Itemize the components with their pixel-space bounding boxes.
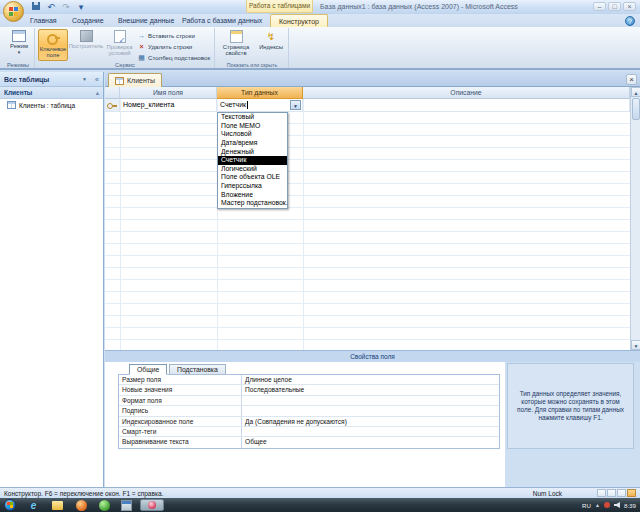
nav-group-klienty[interactable]: Клиенты ▴	[0, 87, 103, 99]
data-type-cell[interactable]: Счетчик ▼	[217, 99, 303, 112]
scroll-down-icon[interactable]: ▼	[631, 340, 640, 350]
numlock-indicator: Num Lock	[533, 490, 562, 497]
property-row[interactable]: Подпись	[119, 406, 499, 416]
nav-item-klienty-table[interactable]: Клиенты : таблица	[0, 99, 103, 111]
view-shortcut-buttons	[597, 489, 636, 497]
dropdown-item-vlozhenie[interactable]: Вложение	[218, 191, 287, 200]
taskbar-clock[interactable]: 8:39	[624, 502, 636, 509]
validation-check-icon	[114, 30, 126, 43]
green-app-icon[interactable]	[99, 500, 110, 511]
dropdown-item-schetchik[interactable]: Счетчик	[218, 156, 287, 165]
data-type-dropdown-button[interactable]: ▼	[290, 100, 301, 110]
access-taskbar-button[interactable]	[140, 499, 164, 511]
pivotchart-view-button[interactable]	[617, 489, 626, 497]
column-header-field-name[interactable]: Имя поля	[120, 87, 217, 99]
property-sheet-button[interactable]: Страница свойств	[218, 29, 254, 61]
delete-rows-icon: ×	[137, 42, 146, 51]
row-selector[interactable]	[105, 99, 120, 112]
save-button[interactable]	[30, 2, 42, 12]
delete-rows-button[interactable]: × Удалить строки	[137, 41, 213, 51]
grid-column-divider	[303, 99, 304, 350]
design-view-button[interactable]	[627, 489, 636, 497]
scrollbar-thumb[interactable]	[632, 98, 640, 120]
dropdown-item-master-podstanovok[interactable]: Мастер подстановок.	[218, 199, 287, 208]
field-name-cell[interactable]: Номер_клиента	[120, 99, 217, 112]
description-cell[interactable]	[303, 99, 630, 112]
orange-app-icon[interactable]	[76, 500, 87, 511]
ribbon-group-showhide: Страница свойств ↯ Индексы Показать или …	[216, 28, 289, 68]
dropdown-item-logicheskij[interactable]: Логический	[218, 165, 287, 174]
dropdown-item-giperssylka[interactable]: Гиперссылка	[218, 182, 287, 191]
nav-dropdown-icon[interactable]: ▼	[82, 72, 87, 87]
indexes-button[interactable]: ↯ Индексы	[256, 29, 286, 61]
tab-vneshnie-dannye[interactable]: Внешние данные	[110, 14, 182, 27]
qat-customize-button[interactable]: ▾	[75, 2, 87, 12]
tab-konstruktor[interactable]: Конструктор	[270, 14, 328, 27]
property-row[interactable]: Формат поля	[119, 396, 499, 406]
property-row[interactable]: Индексированное поле Да (Совпадения не д…	[119, 417, 499, 427]
dropdown-item-tekstovyj[interactable]: Текстовый	[218, 113, 287, 122]
volume-icon[interactable]	[614, 502, 620, 508]
primary-key-button[interactable]: Ключевое поле	[38, 29, 68, 61]
lookup-column-icon: ▦	[137, 53, 146, 62]
validation-button[interactable]: Проверка условий	[103, 29, 136, 61]
dropdown-item-data-vremya[interactable]: Дата/время	[218, 139, 287, 148]
window-controls: – □ ×	[593, 2, 636, 11]
lookup-column-button[interactable]: ▦ Столбец подстановок	[137, 52, 213, 62]
tab-general[interactable]: Общие	[129, 364, 167, 375]
language-indicator[interactable]: RU	[582, 502, 591, 509]
internet-explorer-icon[interactable]: e	[28, 500, 39, 511]
pivottable-view-button[interactable]	[607, 489, 616, 497]
help-icon[interactable]: ?	[625, 16, 635, 26]
vertical-scrollbar[interactable]: ▲ ▼	[630, 87, 640, 350]
nav-pane-header[interactable]: Все таблицы ▼ «	[0, 72, 103, 87]
data-type-combo-value[interactable]: Счетчик	[220, 101, 246, 108]
windows-taskbar: e RU ▲ 8:39	[0, 498, 640, 512]
empty-grid-rows[interactable]	[105, 112, 630, 350]
gray-window-app-icon[interactable]	[121, 500, 132, 511]
property-row[interactable]: Смарт-теги	[119, 427, 499, 437]
field-properties-region: Общие Подстановка Размер поля Длинное це…	[105, 362, 640, 487]
builder-button[interactable]: Построитель	[70, 29, 102, 61]
close-button[interactable]: ×	[623, 2, 636, 11]
data-type-dropdown-list: Текстовый Поле MEMO Числовой Дата/время …	[217, 112, 288, 209]
group-label-tools: Сервис	[36, 62, 214, 68]
redo-button[interactable]: ↷	[60, 2, 72, 12]
windows-logo-icon	[7, 502, 13, 508]
dropdown-item-ole[interactable]: Поле объекта OLE	[218, 173, 287, 182]
scroll-up-icon[interactable]: ▲	[631, 87, 640, 97]
property-row[interactable]: Размер поля Длинное целое	[119, 375, 499, 385]
view-button[interactable]: Режим ▾	[4, 29, 34, 61]
tab-sozdanie[interactable]: Создание	[64, 14, 112, 27]
tab-glavnaya[interactable]: Главная	[22, 14, 65, 27]
insert-rows-button[interactable]: → Вставить строки	[137, 30, 213, 40]
datasheet-view-icon	[12, 30, 26, 42]
column-header-data-type[interactable]: Тип данных	[217, 87, 303, 99]
group-collapse-icon[interactable]: ▴	[96, 87, 99, 99]
column-header-description[interactable]: Описание	[303, 87, 630, 99]
datasheet-view-button[interactable]	[597, 489, 606, 497]
minimize-button[interactable]: –	[593, 2, 606, 11]
explorer-folder-icon[interactable]	[52, 501, 63, 510]
show-hidden-icons[interactable]: ▲	[595, 502, 600, 508]
undo-button[interactable]: ↶	[45, 2, 57, 12]
property-row[interactable]: Новые значения Последовательные	[119, 385, 499, 395]
security-tray-icon[interactable]	[604, 502, 610, 508]
contextual-tab-group-header: Работа с таблицами	[246, 0, 313, 13]
dropdown-item-chislovoj[interactable]: Числовой	[218, 130, 287, 139]
office-button[interactable]	[3, 1, 24, 22]
status-bar: Конструктор. F6 = переключение окон. F1 …	[0, 487, 640, 498]
property-row[interactable]: Выравнивание текста Общее	[119, 437, 499, 447]
dropdown-item-denezhnyj[interactable]: Денежный	[218, 148, 287, 157]
nav-collapse-icon[interactable]: «	[95, 72, 99, 87]
system-tray: RU ▲ 8:39	[582, 498, 640, 512]
dropdown-item-pole-memo[interactable]: Поле MEMO	[218, 122, 287, 131]
document-tab-klienty[interactable]: Клиенты	[108, 73, 162, 87]
table-icon	[115, 77, 124, 85]
tab-rabota-s-bazami[interactable]: Работа с базами данных	[174, 14, 270, 27]
restore-button[interactable]: □	[608, 2, 621, 11]
document-close-button[interactable]: ×	[626, 74, 637, 85]
key-icon	[46, 31, 60, 45]
start-button[interactable]	[4, 499, 16, 511]
window-title: База данных1 : база данных (Access 2007)…	[320, 3, 518, 10]
